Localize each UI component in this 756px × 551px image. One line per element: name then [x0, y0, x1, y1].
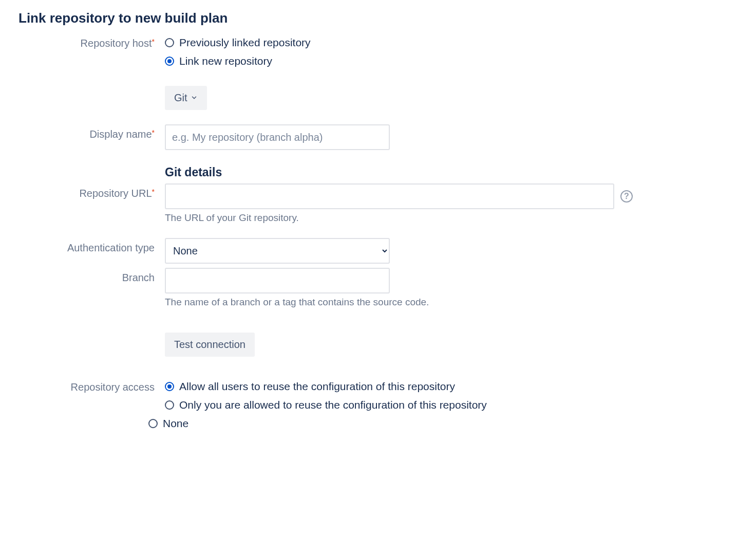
repository-access-label: Repository access: [18, 377, 165, 393]
display-name-label: Display name*: [18, 124, 165, 140]
radio-label: None: [163, 417, 188, 430]
branch-helper: The name of a branch or a tag that conta…: [165, 297, 738, 308]
repository-url-helper: The URL of your Git repository.: [165, 212, 738, 224]
repository-url-label: Repository URL*: [18, 183, 165, 199]
authentication-type-select[interactable]: None: [165, 238, 390, 264]
page-title: Link repository to new build plan: [18, 10, 738, 26]
radio-icon: [165, 57, 174, 66]
radio-icon: [148, 419, 158, 428]
button-label: Test connection: [174, 339, 245, 351]
radio-icon: [165, 382, 174, 391]
display-name-input[interactable]: [165, 124, 390, 150]
repo-host-option-previous[interactable]: Previously linked repository: [165, 33, 738, 52]
branch-input[interactable]: [165, 268, 390, 293]
repo-access-option-you[interactable]: Only you are allowed to reuse the config…: [165, 396, 738, 414]
radio-icon: [165, 38, 174, 47]
repo-access-option-all[interactable]: Allow all users to reuse the configurati…: [165, 377, 738, 396]
repository-url-input[interactable]: [165, 183, 614, 209]
radio-label: Only you are allowed to reuse the config…: [179, 399, 487, 411]
radio-label: Allow all users to reuse the configurati…: [179, 380, 455, 393]
test-connection-button[interactable]: Test connection: [165, 333, 255, 357]
authentication-type-label: Authentication type: [18, 238, 165, 254]
chevron-down-icon: [191, 92, 198, 104]
repo-type-dropdown[interactable]: Git: [165, 86, 207, 110]
help-icon[interactable]: ?: [620, 190, 633, 203]
radio-label: Link new repository: [179, 55, 272, 67]
repo-host-option-new[interactable]: Link new repository: [165, 52, 738, 70]
radio-icon: [165, 400, 174, 410]
git-details-heading: Git details: [165, 166, 738, 179]
dropdown-label: Git: [174, 92, 187, 104]
repo-access-option-none[interactable]: None: [148, 414, 738, 433]
branch-label: Branch: [18, 268, 165, 284]
repository-host-label: Repository host*: [18, 33, 165, 49]
radio-label: Previously linked repository: [179, 36, 311, 49]
